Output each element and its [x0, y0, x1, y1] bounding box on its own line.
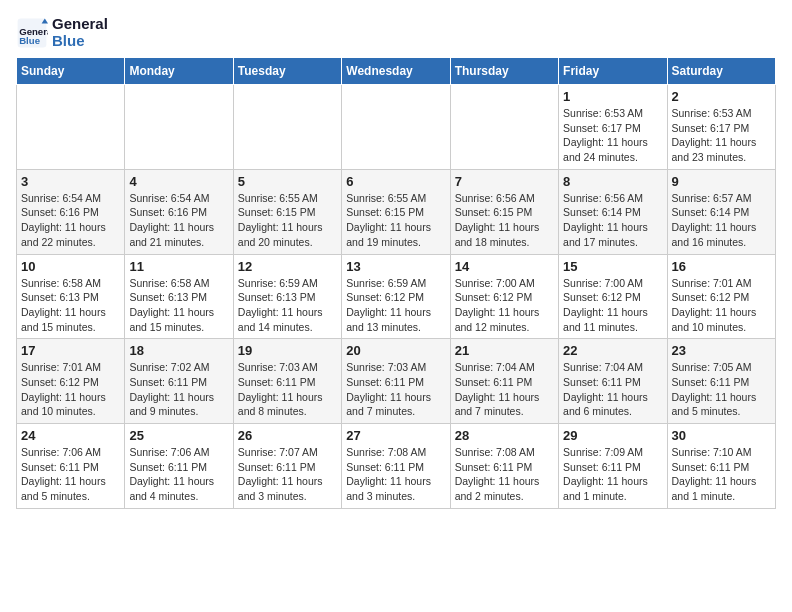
logo-blue: Blue [52, 33, 108, 50]
calendar-cell: 13Sunrise: 6:59 AM Sunset: 6:12 PM Dayli… [342, 254, 450, 339]
day-info: Sunrise: 6:55 AM Sunset: 6:15 PM Dayligh… [238, 191, 337, 250]
page-header: General Blue General Blue [16, 16, 776, 49]
day-number: 18 [129, 343, 228, 358]
day-info: Sunrise: 7:08 AM Sunset: 6:11 PM Dayligh… [455, 445, 554, 504]
day-info: Sunrise: 6:54 AM Sunset: 6:16 PM Dayligh… [21, 191, 120, 250]
day-info: Sunrise: 6:54 AM Sunset: 6:16 PM Dayligh… [129, 191, 228, 250]
calendar-week-row: 24Sunrise: 7:06 AM Sunset: 6:11 PM Dayli… [17, 424, 776, 509]
calendar-week-row: 17Sunrise: 7:01 AM Sunset: 6:12 PM Dayli… [17, 339, 776, 424]
day-number: 25 [129, 428, 228, 443]
day-info: Sunrise: 7:03 AM Sunset: 6:11 PM Dayligh… [238, 360, 337, 419]
calendar-cell: 17Sunrise: 7:01 AM Sunset: 6:12 PM Dayli… [17, 339, 125, 424]
calendar-cell: 15Sunrise: 7:00 AM Sunset: 6:12 PM Dayli… [559, 254, 667, 339]
day-number: 16 [672, 259, 771, 274]
calendar-cell: 29Sunrise: 7:09 AM Sunset: 6:11 PM Dayli… [559, 424, 667, 509]
day-info: Sunrise: 7:03 AM Sunset: 6:11 PM Dayligh… [346, 360, 445, 419]
day-number: 11 [129, 259, 228, 274]
day-number: 28 [455, 428, 554, 443]
day-number: 27 [346, 428, 445, 443]
day-number: 22 [563, 343, 662, 358]
calendar-cell: 3Sunrise: 6:54 AM Sunset: 6:16 PM Daylig… [17, 169, 125, 254]
calendar-cell: 16Sunrise: 7:01 AM Sunset: 6:12 PM Dayli… [667, 254, 775, 339]
day-info: Sunrise: 7:08 AM Sunset: 6:11 PM Dayligh… [346, 445, 445, 504]
calendar-cell: 19Sunrise: 7:03 AM Sunset: 6:11 PM Dayli… [233, 339, 341, 424]
day-info: Sunrise: 7:00 AM Sunset: 6:12 PM Dayligh… [455, 276, 554, 335]
calendar-cell: 14Sunrise: 7:00 AM Sunset: 6:12 PM Dayli… [450, 254, 558, 339]
day-info: Sunrise: 6:58 AM Sunset: 6:13 PM Dayligh… [21, 276, 120, 335]
day-number: 4 [129, 174, 228, 189]
day-number: 29 [563, 428, 662, 443]
logo-icon: General Blue [16, 17, 48, 49]
calendar-cell: 5Sunrise: 6:55 AM Sunset: 6:15 PM Daylig… [233, 169, 341, 254]
calendar-cell [125, 85, 233, 170]
day-info: Sunrise: 6:56 AM Sunset: 6:15 PM Dayligh… [455, 191, 554, 250]
day-info: Sunrise: 6:53 AM Sunset: 6:17 PM Dayligh… [563, 106, 662, 165]
calendar-cell: 1Sunrise: 6:53 AM Sunset: 6:17 PM Daylig… [559, 85, 667, 170]
calendar-cell: 10Sunrise: 6:58 AM Sunset: 6:13 PM Dayli… [17, 254, 125, 339]
day-number: 6 [346, 174, 445, 189]
day-number: 9 [672, 174, 771, 189]
day-info: Sunrise: 6:55 AM Sunset: 6:15 PM Dayligh… [346, 191, 445, 250]
day-number: 14 [455, 259, 554, 274]
day-of-week-header: Monday [125, 58, 233, 85]
day-info: Sunrise: 7:04 AM Sunset: 6:11 PM Dayligh… [455, 360, 554, 419]
day-info: Sunrise: 7:04 AM Sunset: 6:11 PM Dayligh… [563, 360, 662, 419]
day-number: 17 [21, 343, 120, 358]
calendar-cell: 8Sunrise: 6:56 AM Sunset: 6:14 PM Daylig… [559, 169, 667, 254]
calendar-week-row: 10Sunrise: 6:58 AM Sunset: 6:13 PM Dayli… [17, 254, 776, 339]
logo-general: General [52, 16, 108, 33]
day-number: 24 [21, 428, 120, 443]
calendar-cell: 2Sunrise: 6:53 AM Sunset: 6:17 PM Daylig… [667, 85, 775, 170]
day-number: 26 [238, 428, 337, 443]
day-info: Sunrise: 7:06 AM Sunset: 6:11 PM Dayligh… [129, 445, 228, 504]
calendar-cell: 6Sunrise: 6:55 AM Sunset: 6:15 PM Daylig… [342, 169, 450, 254]
day-info: Sunrise: 7:00 AM Sunset: 6:12 PM Dayligh… [563, 276, 662, 335]
day-number: 8 [563, 174, 662, 189]
calendar-week-row: 1Sunrise: 6:53 AM Sunset: 6:17 PM Daylig… [17, 85, 776, 170]
day-info: Sunrise: 7:09 AM Sunset: 6:11 PM Dayligh… [563, 445, 662, 504]
day-of-week-header: Tuesday [233, 58, 341, 85]
day-number: 13 [346, 259, 445, 274]
calendar-cell: 7Sunrise: 6:56 AM Sunset: 6:15 PM Daylig… [450, 169, 558, 254]
calendar-cell: 25Sunrise: 7:06 AM Sunset: 6:11 PM Dayli… [125, 424, 233, 509]
calendar-cell: 11Sunrise: 6:58 AM Sunset: 6:13 PM Dayli… [125, 254, 233, 339]
calendar-cell: 27Sunrise: 7:08 AM Sunset: 6:11 PM Dayli… [342, 424, 450, 509]
day-info: Sunrise: 6:59 AM Sunset: 6:13 PM Dayligh… [238, 276, 337, 335]
day-info: Sunrise: 7:01 AM Sunset: 6:12 PM Dayligh… [21, 360, 120, 419]
day-number: 30 [672, 428, 771, 443]
day-info: Sunrise: 6:59 AM Sunset: 6:12 PM Dayligh… [346, 276, 445, 335]
calendar-cell: 9Sunrise: 6:57 AM Sunset: 6:14 PM Daylig… [667, 169, 775, 254]
calendar-cell [450, 85, 558, 170]
calendar-cell [17, 85, 125, 170]
day-of-week-header: Saturday [667, 58, 775, 85]
calendar-cell: 23Sunrise: 7:05 AM Sunset: 6:11 PM Dayli… [667, 339, 775, 424]
svg-text:Blue: Blue [19, 35, 40, 46]
calendar-cell: 24Sunrise: 7:06 AM Sunset: 6:11 PM Dayli… [17, 424, 125, 509]
calendar-cell: 21Sunrise: 7:04 AM Sunset: 6:11 PM Dayli… [450, 339, 558, 424]
day-number: 12 [238, 259, 337, 274]
calendar-cell: 28Sunrise: 7:08 AM Sunset: 6:11 PM Dayli… [450, 424, 558, 509]
calendar-cell: 12Sunrise: 6:59 AM Sunset: 6:13 PM Dayli… [233, 254, 341, 339]
day-info: Sunrise: 7:06 AM Sunset: 6:11 PM Dayligh… [21, 445, 120, 504]
day-of-week-header: Friday [559, 58, 667, 85]
calendar-cell [233, 85, 341, 170]
calendar-cell: 22Sunrise: 7:04 AM Sunset: 6:11 PM Dayli… [559, 339, 667, 424]
day-info: Sunrise: 7:05 AM Sunset: 6:11 PM Dayligh… [672, 360, 771, 419]
day-number: 1 [563, 89, 662, 104]
calendar-header-row: SundayMondayTuesdayWednesdayThursdayFrid… [17, 58, 776, 85]
calendar-cell: 30Sunrise: 7:10 AM Sunset: 6:11 PM Dayli… [667, 424, 775, 509]
day-info: Sunrise: 6:56 AM Sunset: 6:14 PM Dayligh… [563, 191, 662, 250]
day-number: 2 [672, 89, 771, 104]
day-number: 7 [455, 174, 554, 189]
day-info: Sunrise: 7:01 AM Sunset: 6:12 PM Dayligh… [672, 276, 771, 335]
day-number: 3 [21, 174, 120, 189]
day-number: 5 [238, 174, 337, 189]
day-of-week-header: Thursday [450, 58, 558, 85]
calendar-cell [342, 85, 450, 170]
day-info: Sunrise: 7:07 AM Sunset: 6:11 PM Dayligh… [238, 445, 337, 504]
day-info: Sunrise: 7:10 AM Sunset: 6:11 PM Dayligh… [672, 445, 771, 504]
day-number: 19 [238, 343, 337, 358]
calendar-cell: 18Sunrise: 7:02 AM Sunset: 6:11 PM Dayli… [125, 339, 233, 424]
day-of-week-header: Wednesday [342, 58, 450, 85]
calendar-cell: 4Sunrise: 6:54 AM Sunset: 6:16 PM Daylig… [125, 169, 233, 254]
